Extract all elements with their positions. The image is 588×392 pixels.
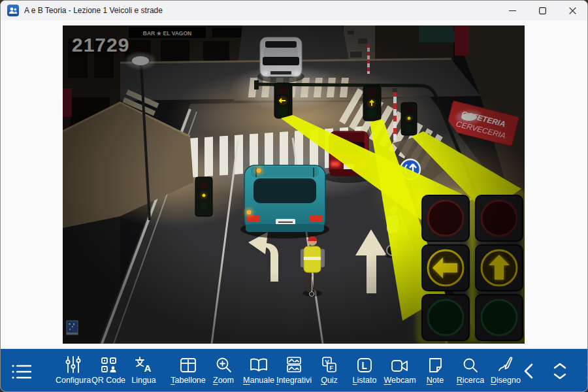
people-icon xyxy=(7,5,19,16)
toolbar-label: Quiz xyxy=(321,376,338,385)
toolbar-item-webcam[interactable]: Webcam xyxy=(382,355,417,385)
toolbar-label: Ricerca xyxy=(457,376,484,385)
video-camera-icon xyxy=(391,355,409,373)
vf-keys-icon: V F xyxy=(321,355,338,373)
title-bar[interactable]: A e B Teoria - Lezione 1 Veicoli e strad… xyxy=(1,1,587,20)
qr-code-icon xyxy=(101,355,117,373)
app-window: A e B Teoria - Lezione 1 Veicoli e strad… xyxy=(0,0,588,392)
open-book-icon xyxy=(250,355,268,373)
chevron-left-icon[interactable] xyxy=(523,363,534,380)
letter-l-icon xyxy=(357,355,372,373)
close-icon[interactable] xyxy=(557,1,587,20)
toolbar-item-integrativi[interactable]: Integrativi xyxy=(276,355,312,385)
scene-vignette xyxy=(63,25,525,344)
minimize-icon[interactable] xyxy=(497,1,527,20)
zoom-in-icon xyxy=(216,355,232,373)
toolbar-item-lingua[interactable]: A Lingua xyxy=(126,355,161,385)
toolbar-label: Webcam xyxy=(384,376,416,385)
toolbar-label: QR Code xyxy=(91,376,125,385)
toolbar-label: Listato xyxy=(353,376,377,385)
content-area: BAR ★ EL VAGON CAFETERIA CERVECERIA ★ xyxy=(1,20,587,349)
navigation-group xyxy=(523,362,588,380)
toolbar-label: Zoom xyxy=(213,376,234,385)
lesson-scene-image[interactable]: BAR ★ EL VAGON CAFETERIA CERVECERIA ★ xyxy=(63,25,525,344)
toolbar-item-qr-code[interactable]: QR Code xyxy=(91,355,126,385)
toolbar-item-listato[interactable]: Listato xyxy=(347,355,382,385)
toolbar-label: Disegno xyxy=(491,376,521,385)
toolbar-label: Note xyxy=(427,376,444,385)
sliders-icon xyxy=(65,355,81,373)
toolbar-item-note[interactable]: Note xyxy=(417,355,453,385)
bottom-toolbar: Configura QR Code A xyxy=(1,349,587,392)
svg-text:A: A xyxy=(144,363,152,373)
note-page-icon xyxy=(428,355,443,373)
toolbar-label: Tabellone xyxy=(171,376,206,385)
pen-draw-icon xyxy=(498,355,514,373)
toolbar-item-tabellone[interactable]: Tabellone xyxy=(171,355,206,385)
window-title: A e B Teoria - Lezione 1 Veicoli e strad… xyxy=(24,6,163,15)
board-grid-icon xyxy=(180,355,197,373)
toolbar-item-disegno[interactable]: Disegno xyxy=(488,355,523,385)
maximize-icon[interactable] xyxy=(527,1,557,20)
toolbar-item-ricerca[interactable]: Ricerca xyxy=(453,355,488,385)
toolbar-label: Configura xyxy=(56,376,91,385)
list-menu-icon[interactable] xyxy=(10,362,33,382)
toolbar-item-configura[interactable]: Configura xyxy=(56,355,91,385)
svg-text:F: F xyxy=(330,365,334,371)
translate-icon: A xyxy=(135,355,152,373)
toolbar-label: Lingua xyxy=(131,376,156,385)
search-icon xyxy=(463,355,478,373)
toolbar-item-manuale[interactable]: Manuale xyxy=(241,355,276,385)
toolbar-item-zoom[interactable]: Zoom xyxy=(206,355,241,385)
toolbar-label: Manuale xyxy=(243,376,274,385)
slides-icon xyxy=(286,355,302,373)
toolbar-label: Integrativi xyxy=(276,376,312,385)
chevrons-up-down-icon[interactable] xyxy=(551,362,569,380)
toolbar-item-quiz[interactable]: V F Quiz xyxy=(312,355,347,385)
